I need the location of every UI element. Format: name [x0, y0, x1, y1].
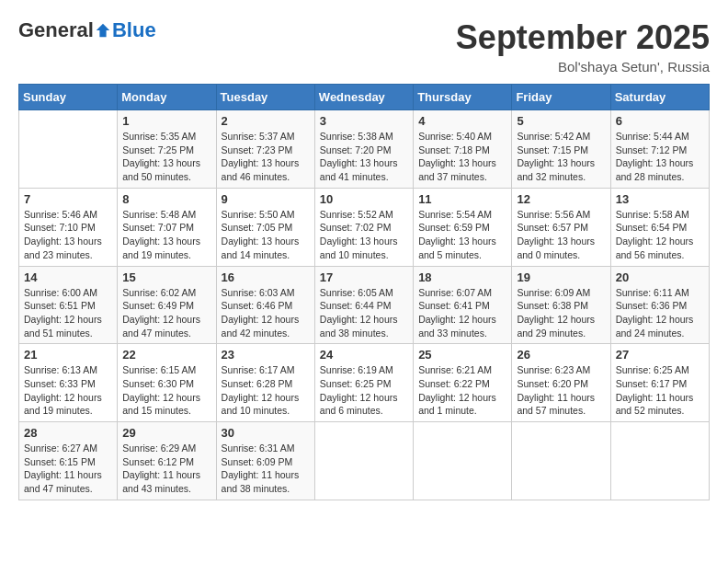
weekday-header-tuesday: Tuesday [216, 85, 314, 110]
svg-marker-0 [97, 24, 109, 37]
day-number: 29 [122, 426, 210, 440]
day-info: Sunrise: 6:29 AMSunset: 6:12 PMDaylight:… [122, 442, 210, 496]
weekday-header-sunday: Sunday [19, 85, 118, 110]
day-number: 7 [24, 192, 112, 206]
calendar-day-17: 17 Sunrise: 6:05 AMSunset: 6:44 PMDaylig… [314, 266, 413, 344]
calendar-day-3: 3 Sunrise: 5:38 AMSunset: 7:20 PMDayligh… [314, 110, 413, 189]
calendar-day-30: 30 Sunrise: 6:31 AMSunset: 6:09 PMDaylig… [216, 422, 314, 500]
calendar-day-28: 28 Sunrise: 6:27 AMSunset: 6:15 PMDaylig… [19, 422, 118, 500]
day-number: 27 [616, 348, 704, 362]
day-info: Sunrise: 6:05 AMSunset: 6:44 PMDaylight:… [320, 286, 408, 340]
day-number: 10 [320, 192, 408, 206]
weekday-header-wednesday: Wednesday [314, 85, 413, 110]
day-info: Sunrise: 6:07 AMSunset: 6:41 PMDaylight:… [418, 286, 506, 340]
calendar-day-2: 2 Sunrise: 5:37 AMSunset: 7:23 PMDayligh… [216, 110, 314, 189]
day-number: 24 [320, 348, 408, 362]
day-info: Sunrise: 6:17 AMSunset: 6:28 PMDaylight:… [222, 363, 310, 418]
calendar-day-11: 11 Sunrise: 5:54 AMSunset: 6:59 PMDaylig… [414, 188, 512, 266]
day-number: 13 [616, 192, 704, 206]
calendar-week-2: 7 Sunrise: 5:46 AMSunset: 7:10 PMDayligh… [19, 188, 710, 266]
day-number: 18 [418, 270, 506, 284]
calendar-day-24: 24 Sunrise: 6:19 AMSunset: 6:25 PMDaylig… [314, 344, 413, 422]
day-number: 19 [517, 270, 605, 284]
calendar-day-13: 13 Sunrise: 5:58 AMSunset: 6:54 PMDaylig… [610, 188, 709, 266]
day-info: Sunrise: 6:13 AMSunset: 6:33 PMDaylight:… [24, 363, 112, 418]
day-info: Sunrise: 6:19 AMSunset: 6:25 PMDaylight:… [320, 363, 408, 418]
day-number: 28 [24, 426, 112, 440]
empty-cell [414, 422, 512, 500]
day-info: Sunrise: 5:54 AMSunset: 6:59 PMDaylight:… [418, 208, 506, 262]
calendar-day-19: 19 Sunrise: 6:09 AMSunset: 6:38 PMDaylig… [512, 266, 610, 344]
day-number: 16 [222, 270, 310, 284]
day-number: 25 [418, 348, 506, 362]
weekday-header-monday: Monday [118, 85, 216, 110]
calendar-day-26: 26 Sunrise: 6:23 AMSunset: 6:20 PMDaylig… [512, 344, 610, 422]
day-number: 5 [517, 114, 605, 128]
day-number: 14 [24, 270, 112, 284]
day-info: Sunrise: 6:00 AMSunset: 6:51 PMDaylight:… [24, 286, 112, 340]
calendar-day-5: 5 Sunrise: 5:42 AMSunset: 7:15 PMDayligh… [512, 110, 610, 189]
day-info: Sunrise: 6:15 AMSunset: 6:30 PMDaylight:… [122, 363, 210, 418]
logo-blue: Blue [112, 18, 156, 42]
day-info: Sunrise: 6:11 AMSunset: 6:36 PMDaylight:… [616, 286, 704, 340]
day-info: Sunrise: 5:46 AMSunset: 7:10 PMDaylight:… [24, 208, 112, 262]
weekday-header-friday: Friday [512, 85, 610, 110]
day-number: 1 [122, 114, 210, 128]
day-info: Sunrise: 5:48 AMSunset: 7:07 PMDaylight:… [122, 208, 210, 262]
day-number: 11 [418, 192, 506, 206]
calendar-day-25: 25 Sunrise: 6:21 AMSunset: 6:22 PMDaylig… [414, 344, 512, 422]
day-number: 2 [222, 114, 310, 128]
calendar-week-4: 21 Sunrise: 6:13 AMSunset: 6:33 PMDaylig… [19, 344, 710, 422]
calendar-day-18: 18 Sunrise: 6:07 AMSunset: 6:41 PMDaylig… [414, 266, 512, 344]
day-info: Sunrise: 5:58 AMSunset: 6:54 PMDaylight:… [616, 208, 704, 262]
calendar-day-10: 10 Sunrise: 5:52 AMSunset: 7:02 PMDaylig… [314, 188, 413, 266]
empty-cell [610, 422, 709, 500]
day-number: 26 [517, 348, 605, 362]
empty-cell [314, 422, 413, 500]
calendar-day-9: 9 Sunrise: 5:50 AMSunset: 7:05 PMDayligh… [216, 188, 314, 266]
calendar-day-27: 27 Sunrise: 6:25 AMSunset: 6:17 PMDaylig… [610, 344, 709, 422]
calendar-week-5: 28 Sunrise: 6:27 AMSunset: 6:15 PMDaylig… [19, 422, 710, 500]
calendar-day-29: 29 Sunrise: 6:29 AMSunset: 6:12 PMDaylig… [118, 422, 216, 500]
calendar-day-21: 21 Sunrise: 6:13 AMSunset: 6:33 PMDaylig… [19, 344, 118, 422]
calendar-table: SundayMondayTuesdayWednesdayThursdayFrid… [18, 84, 710, 500]
calendar-day-23: 23 Sunrise: 6:17 AMSunset: 6:28 PMDaylig… [216, 344, 314, 422]
day-info: Sunrise: 6:09 AMSunset: 6:38 PMDaylight:… [517, 286, 605, 340]
day-number: 21 [24, 348, 112, 362]
weekday-header-row: SundayMondayTuesdayWednesdayThursdayFrid… [19, 85, 710, 110]
day-info: Sunrise: 6:27 AMSunset: 6:15 PMDaylight:… [24, 442, 112, 496]
logo-general: General [18, 18, 94, 42]
day-info: Sunrise: 6:23 AMSunset: 6:20 PMDaylight:… [517, 363, 605, 418]
calendar-day-22: 22 Sunrise: 6:15 AMSunset: 6:30 PMDaylig… [118, 344, 216, 422]
logo: General Blue [18, 18, 156, 42]
day-number: 22 [122, 348, 210, 362]
calendar-day-7: 7 Sunrise: 5:46 AMSunset: 7:10 PMDayligh… [19, 188, 118, 266]
day-info: Sunrise: 6:21 AMSunset: 6:22 PMDaylight:… [418, 363, 506, 418]
day-number: 15 [122, 270, 210, 284]
day-info: Sunrise: 6:31 AMSunset: 6:09 PMDaylight:… [222, 442, 310, 496]
day-info: Sunrise: 6:02 AMSunset: 6:49 PMDaylight:… [122, 286, 210, 340]
title-block: September 2025 Bol'shaya Setun', Russia [456, 18, 710, 75]
weekday-header-saturday: Saturday [610, 85, 709, 110]
day-info: Sunrise: 6:25 AMSunset: 6:17 PMDaylight:… [616, 363, 704, 418]
day-number: 9 [222, 192, 310, 206]
calendar-day-20: 20 Sunrise: 6:11 AMSunset: 6:36 PMDaylig… [610, 266, 709, 344]
day-number: 12 [517, 192, 605, 206]
day-number: 30 [222, 426, 310, 440]
day-number: 23 [222, 348, 310, 362]
day-number: 17 [320, 270, 408, 284]
calendar-day-1: 1 Sunrise: 5:35 AMSunset: 7:25 PMDayligh… [118, 110, 216, 189]
day-number: 3 [320, 114, 408, 128]
calendar-day-14: 14 Sunrise: 6:00 AMSunset: 6:51 PMDaylig… [19, 266, 118, 344]
day-number: 4 [418, 114, 506, 128]
day-info: Sunrise: 5:35 AMSunset: 7:25 PMDaylight:… [122, 130, 210, 184]
month-title: September 2025 [456, 18, 710, 57]
day-info: Sunrise: 5:42 AMSunset: 7:15 PMDaylight:… [517, 130, 605, 184]
empty-cell [19, 110, 118, 189]
day-info: Sunrise: 5:40 AMSunset: 7:18 PMDaylight:… [418, 130, 506, 184]
day-info: Sunrise: 5:52 AMSunset: 7:02 PMDaylight:… [320, 208, 408, 262]
calendar-day-8: 8 Sunrise: 5:48 AMSunset: 7:07 PMDayligh… [118, 188, 216, 266]
day-info: Sunrise: 5:44 AMSunset: 7:12 PMDaylight:… [616, 130, 704, 184]
weekday-header-thursday: Thursday [414, 85, 512, 110]
day-info: Sunrise: 6:03 AMSunset: 6:46 PMDaylight:… [222, 286, 310, 340]
